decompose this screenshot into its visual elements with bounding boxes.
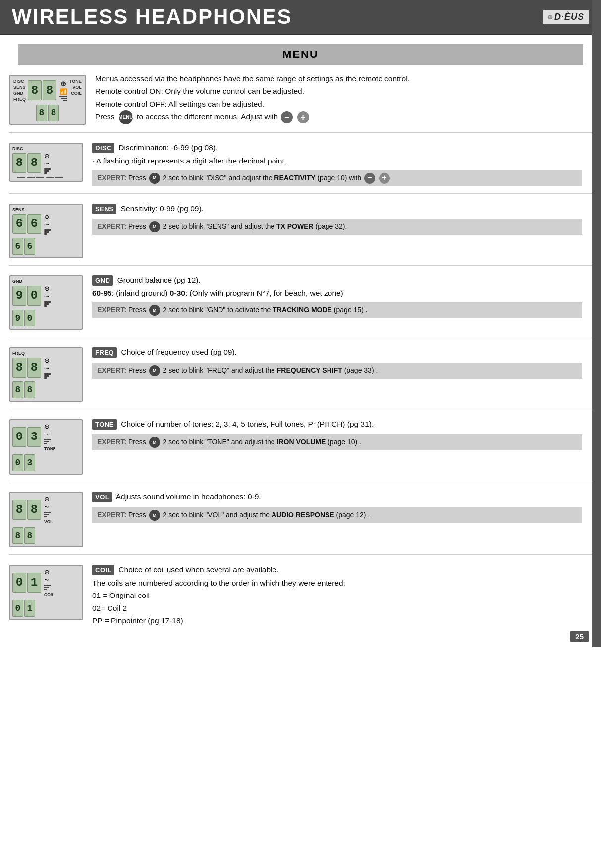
brand-logo: ⊕ D·ÈUS	[543, 10, 589, 24]
intro-lcd: DISC SENS GND FREQ 8 8 ⊕ 📶	[9, 75, 86, 125]
lcd-digit: 8	[12, 358, 26, 378]
logo-text: D·ÈUS	[554, 12, 584, 22]
freq-row: FREQ 8 8 ⊕ 〜	[9, 337, 592, 409]
wifi-icon: 〜	[44, 577, 54, 584]
coil-lcd: 0 1 ⊕ 〜 COIL 0	[9, 565, 83, 620]
gnd-text: GND Ground balance (pg 12). 60-95: (inla…	[92, 274, 592, 319]
lcd-digit: 6	[12, 214, 26, 234]
coil-right-label: COIL	[44, 592, 54, 597]
signal-bars	[44, 373, 51, 379]
sens-badge: SENS	[92, 204, 116, 215]
disc-lcd: DISC 8 8 ⊕ 〜	[9, 143, 83, 182]
vol-lcd: 8 8 ⊕ 〜 VOL 8	[9, 492, 83, 547]
sens-row: SENS 6 6 ⊕ 〜	[9, 194, 592, 266]
disc-row: DISC 8 8 ⊕ 〜	[9, 133, 592, 194]
vol-text: VOL Adjusts sound volume in headphones: …	[92, 491, 592, 524]
wifi-icon: 〜	[44, 161, 51, 167]
menu-icon: M	[149, 305, 160, 316]
menu-icon: M	[149, 437, 160, 448]
sens-small-digits: 6 6	[12, 238, 80, 255]
gnd-row: GND 9 0 ⊕ 〜	[9, 266, 592, 337]
intro-lcd-left-labels: DISC SENS GND FREQ	[13, 78, 26, 103]
lcd-digit: 8	[12, 500, 26, 520]
sens-lcd: SENS 6 6 ⊕ 〜	[9, 204, 83, 258]
wifi-icon: 📶	[60, 88, 67, 95]
tone-row: 0 3 ⊕ 〜 TONE 0	[9, 409, 592, 482]
lcd-digit: 8	[27, 153, 41, 173]
lcd-digit: 3	[27, 427, 41, 447]
wifi-icon: 〜	[44, 504, 53, 511]
antenna-icon: ⊕	[44, 357, 51, 364]
tone-badge: TONE	[92, 419, 117, 430]
lcd-digit: 8	[27, 358, 41, 378]
minus-btn: −	[364, 173, 375, 184]
page-header: WIRELESS HEADPHONES ⊕ D·ÈUS	[0, 0, 601, 35]
menu-icon: M	[149, 510, 160, 521]
freq-expert-box: EXPERT: Press M 2 sec to blink "FREQ" an…	[92, 363, 582, 379]
signal-bars	[44, 512, 53, 517]
coil-row: 0 1 ⊕ 〜 COIL 0	[9, 555, 592, 643]
lcd-digit: 8	[28, 80, 42, 100]
lcd-digit: 8	[12, 153, 26, 173]
freq-small-digits: 8 8	[12, 381, 80, 398]
signal-bars	[44, 439, 55, 444]
vol-expert-box: EXPERT: Press M 2 sec to blink "VOL" and…	[92, 507, 582, 523]
intro-row: DISC SENS GND FREQ 8 8 ⊕ 📶	[9, 65, 592, 133]
tone-text: TONE Choice of number of tones: 2, 3, 4,…	[92, 418, 592, 451]
lcd-digit: 9	[12, 286, 26, 306]
wifi-icon: 〜	[44, 365, 51, 372]
disc-badge: DISC	[92, 143, 114, 154]
gnd-badge: GND	[92, 275, 113, 286]
page-number: 25	[570, 631, 589, 642]
antenna-icon: ⊕	[44, 423, 55, 430]
antenna-icon: ⊕	[44, 213, 51, 220]
lcd-digit: 1	[27, 573, 41, 593]
signal-bars	[44, 168, 51, 174]
section-header: MENU	[18, 44, 583, 65]
disc-lcd-label: DISC	[12, 146, 80, 151]
tone-lcd: 0 3 ⊕ 〜 TONE 0	[9, 419, 83, 475]
antenna-icon: ⊕	[44, 568, 54, 576]
lcd-digit: 0	[12, 573, 26, 593]
coil-badge: COIL	[92, 565, 114, 576]
wifi-icon: 〜	[44, 293, 51, 300]
lcd-digit: 0	[12, 427, 26, 447]
page-title: WIRELESS HEADPHONES	[12, 5, 292, 29]
wifi-icon: 〜	[44, 431, 55, 438]
vol-right-label: VOL	[44, 519, 53, 524]
plus-button-icon: +	[297, 111, 309, 123]
coil-text: COIL Choice of coil used when several ar…	[92, 564, 592, 628]
disc-expert-box: EXPERT: Press M 2 sec to blink "DISC" an…	[92, 170, 582, 186]
signal-bars	[44, 585, 54, 590]
plus-btn: +	[379, 173, 390, 184]
freq-lcd-label: FREQ	[12, 351, 80, 356]
disc-text: DISC Discrimination: -6-99 (pg 08). · A …	[92, 142, 592, 186]
lcd-digit-small: 8	[48, 105, 59, 121]
antenna-icon: ⊕	[44, 285, 51, 292]
freq-badge: FREQ	[92, 347, 117, 358]
menu-icon: M	[149, 173, 160, 184]
signal-bars	[59, 96, 67, 101]
gnd-lcd: GND 9 0 ⊕ 〜	[9, 275, 83, 330]
freq-lcd: FREQ 8 8 ⊕ 〜	[9, 347, 83, 402]
lcd-digit: 6	[27, 214, 41, 234]
menu-icon: M	[149, 221, 160, 232]
vol-small-digits: 8 8	[12, 527, 80, 544]
intro-lcd-right-labels: TONE VOL COIL	[69, 78, 82, 103]
menu-icon: M	[149, 365, 160, 376]
vol-badge: VOL	[92, 492, 112, 503]
sens-expert-box: EXPERT: Press M 2 sec to blink "SENS" an…	[92, 219, 582, 235]
sens-text: SENS Sensitivity: 0-99 (pg 09). EXPERT: …	[92, 203, 592, 235]
minus-button-icon: −	[281, 111, 293, 123]
tone-expert-box: EXPERT: Press M 2 sec to blink "TONE" an…	[92, 434, 582, 450]
lcd-digit: 8	[27, 500, 41, 520]
signal-bars	[44, 229, 51, 235]
antenna-icon: ⊕	[60, 80, 66, 88]
antenna-icon: ⊕	[44, 495, 53, 503]
antenna-icon: ⊕	[44, 152, 51, 160]
tone-small-digits: 0 3	[12, 454, 80, 471]
signal-bars	[44, 301, 51, 307]
wifi-icon: 〜	[44, 221, 51, 228]
gnd-expert-box: EXPERT: Press M 2 sec to blink "GND" to …	[92, 302, 582, 318]
disc-dashes	[12, 177, 80, 178]
